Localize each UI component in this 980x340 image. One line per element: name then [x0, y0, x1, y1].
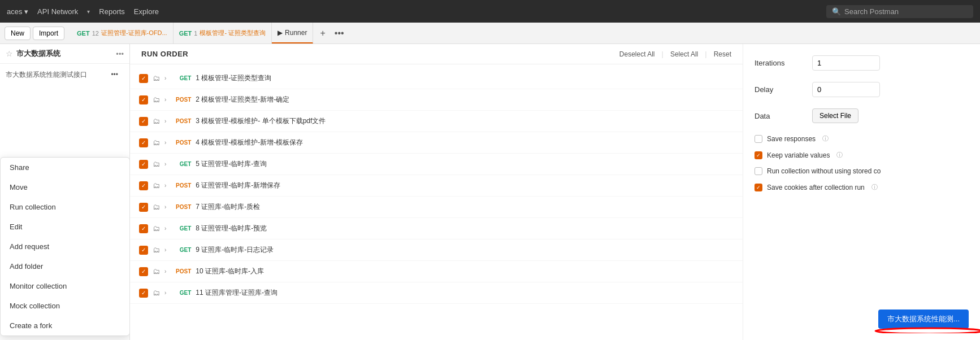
run-list-item[interactable]: 🗂 › POST 10 证照库-临时库-入库 — [130, 261, 743, 282]
tab-get-1[interactable]: GET 12 证照管理-证照库-OFD... — [71, 23, 174, 43]
iterations-input[interactable] — [812, 55, 880, 71]
menu-item-edit[interactable]: Edit — [1, 217, 129, 237]
select-file-button[interactable]: Select File — [812, 108, 858, 123]
search-bar[interactable]: 🔍 Search Postman — [826, 5, 973, 18]
star-icon[interactable]: ☆ — [6, 49, 13, 58]
run-list-item[interactable]: 🗂 › POST 3 模板管理-模板维护- 单个模板下载pdf文件 — [130, 111, 743, 132]
select-all-button[interactable]: Select All — [670, 50, 698, 58]
run-item-name: 11 证照库管理-证照库-查询 — [196, 288, 277, 298]
tab-runner[interactable]: ▶ Runner — [272, 23, 313, 43]
folder-icon: 🗂 — [153, 117, 160, 125]
api-network-nav-item[interactable]: API Network — [37, 7, 78, 16]
item-checkbox-7[interactable] — [139, 203, 148, 212]
run-list-item[interactable]: 🗂 › GET 8 证照管理-临时库-预览 — [130, 218, 743, 239]
save-cookies-checkbox[interactable] — [754, 184, 762, 191]
add-tab-button[interactable]: + — [318, 26, 327, 41]
sidebar-collection-name[interactable]: 市大数据系统 — [16, 49, 60, 59]
explore-nav-item[interactable]: Explore — [134, 7, 159, 16]
run-list: 🗂 › GET 1 模板管理-证照类型查询 🗂 › POST 2 模板管理-证照… — [130, 64, 743, 340]
save-cookies-info-icon: ⓘ — [871, 183, 878, 191]
item-checkbox-6[interactable] — [139, 181, 148, 190]
run-btn-underline — [873, 326, 980, 333]
method-badge: POST — [171, 268, 191, 274]
run-item-name: 5 证照管理-临时库-查询 — [196, 159, 267, 169]
sub-item-more-button[interactable]: ••• — [105, 67, 124, 82]
run-order-content: RUN ORDER Deselect All | Select All | Re… — [130, 44, 743, 340]
menu-item-add-request[interactable]: Add request — [1, 237, 129, 256]
more-tabs-button[interactable]: ••• — [332, 26, 346, 41]
new-button[interactable]: New — [5, 27, 31, 40]
run-item-name: 10 证照库-临时库-入库 — [196, 267, 264, 276]
import-button[interactable]: Import — [33, 27, 64, 40]
run-without-stored-checkbox[interactable] — [754, 167, 762, 175]
folder-icon: 🗂 — [153, 246, 160, 254]
chevron-icon: › — [164, 225, 166, 232]
chevron-icon: › — [164, 75, 166, 81]
sidebar-sub-item[interactable]: 市大数据系统性能测试接口 ••• — [0, 64, 129, 85]
method-badge: POST — [171, 204, 191, 210]
deselect-all-button[interactable]: Deselect All — [619, 50, 655, 58]
menu-item-move[interactable]: Move — [1, 177, 129, 197]
method-badge: GET — [171, 247, 191, 253]
keep-variable-checkbox[interactable] — [754, 151, 762, 159]
runner-label: Runner — [285, 29, 307, 37]
iterations-label: Iterations — [754, 59, 805, 67]
menu-item-create-fork[interactable]: Create a fork — [1, 316, 129, 335]
svg-point-0 — [875, 328, 980, 333]
sidebar-sub-item-name: 市大数据系统性能测试接口 — [6, 70, 87, 80]
run-list-item[interactable]: 🗂 › POST 4 模板管理-模板维护-新增-模板保存 — [130, 132, 743, 154]
item-checkbox-8[interactable] — [139, 224, 148, 233]
reset-button[interactable]: Reset — [714, 50, 731, 58]
tab-get-2[interactable]: GET 1 模板管理- 证照类型查询 — [174, 23, 272, 43]
run-list-item[interactable]: 🗂 › GET 9 证照库-临时库-日志记录 — [130, 239, 743, 261]
save-responses-label: Save responses — [767, 135, 816, 143]
run-list-item[interactable]: 🗂 › GET 11 证照库管理-证照库-查询 — [130, 282, 743, 304]
folder-icon: 🗂 — [153, 203, 160, 211]
folder-icon: 🗂 — [153, 289, 160, 297]
save-responses-row: Save responses ⓘ — [754, 134, 969, 143]
menu-item-add-folder[interactable]: Add folder — [1, 256, 129, 276]
item-checkbox-1[interactable] — [139, 74, 148, 83]
menu-item-monitor-collection[interactable]: Monitor collection — [1, 276, 129, 296]
spaces-nav-item[interactable]: aces ▾ — [7, 7, 28, 16]
item-checkbox-3[interactable] — [139, 117, 148, 126]
tab2-name: 模板管理- 证照类型查询 — [200, 29, 266, 37]
tab1-number: 12 — [92, 30, 99, 37]
iterations-config-row: Iterations — [754, 55, 969, 71]
tab-actions: + ••• — [318, 26, 346, 41]
menu-item-run-collection[interactable]: Run collection — [1, 197, 129, 217]
run-list-item[interactable]: 🗂 › POST 6 证照管理-临时库-新增保存 — [130, 175, 743, 197]
method-badge: GET — [171, 290, 191, 296]
method-badge: POST — [171, 118, 191, 124]
run-order-header: RUN ORDER Deselect All | Select All | Re… — [130, 44, 743, 64]
run-list-item[interactable]: 🗂 › POST 7 证照库-临时库-质检 — [130, 197, 743, 218]
run-collection-button[interactable]: 市大数据系统性能测... — [878, 310, 969, 329]
menu-item-mock-collection[interactable]: Mock collection — [1, 296, 129, 316]
reports-nav-item[interactable]: Reports — [99, 7, 125, 16]
item-checkbox-4[interactable] — [139, 138, 148, 147]
collection-more-button[interactable]: ••• — [116, 50, 124, 58]
run-without-stored-label: Run collection without using stored co — [767, 167, 881, 175]
method-badge: GET — [171, 225, 191, 232]
run-item-name: 4 模板管理-模板维护-新增-模板保存 — [196, 138, 303, 147]
item-checkbox-5[interactable] — [139, 160, 148, 169]
run-item-name: 8 证照管理-临时库-预览 — [196, 224, 267, 233]
chevron-icon: › — [164, 204, 166, 210]
item-checkbox-9[interactable] — [139, 246, 148, 255]
run-list-item[interactable]: 🗂 › POST 2 模板管理-证照类型-新增-确定 — [130, 89, 743, 111]
run-header-actions: Deselect All | Select All | Reset — [619, 50, 731, 58]
item-checkbox-11[interactable] — [139, 289, 148, 298]
item-checkbox-10[interactable] — [139, 267, 148, 276]
search-icon: 🔍 — [832, 7, 841, 16]
delay-input[interactable] — [812, 82, 880, 97]
run-list-item[interactable]: 🗂 › GET 5 证照管理-临时库-查询 — [130, 154, 743, 175]
run-list-item[interactable]: 🗂 › GET 1 模板管理-证照类型查询 — [130, 68, 743, 89]
data-config-row: Data Select File — [754, 108, 969, 123]
item-checkbox-2[interactable] — [139, 95, 148, 104]
menu-item-share[interactable]: Share — [1, 158, 129, 177]
run-item-name: 3 模板管理-模板维护- 单个模板下载pdf文件 — [196, 116, 326, 126]
delay-config-row: Delay — [754, 82, 969, 97]
api-network-chevron: ▾ — [87, 8, 90, 15]
sidebar-collection-header: ☆ 市大数据系统 ••• — [0, 44, 129, 64]
save-responses-checkbox[interactable] — [754, 135, 762, 143]
